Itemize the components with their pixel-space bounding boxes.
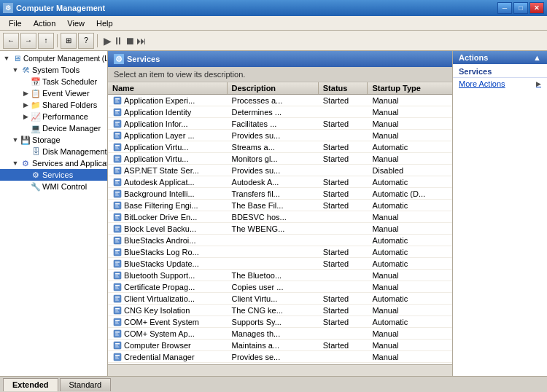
- table-row[interactable]: Client Virtualizatio... Client Virtu... …: [108, 293, 452, 305]
- td-startup: Automatic: [368, 259, 452, 268]
- service-icon: [112, 177, 123, 187]
- table-row[interactable]: Application Layer ... Provides su... Man…: [108, 130, 452, 141]
- td-status: Started: [319, 294, 368, 303]
- table-row[interactable]: Base Filtering Engi... The Base Fil... S…: [108, 200, 452, 211]
- tree-item-performance[interactable]: ▶ 📈 Performance: [0, 111, 107, 122]
- toolbar-stop-button[interactable]: ⏹: [125, 35, 135, 47]
- toolbar-play-button[interactable]: ▶: [104, 35, 112, 47]
- menu-action[interactable]: Action: [28, 17, 62, 29]
- tree-item-services-apps[interactable]: ▼ ⚙ Services and Applications: [0, 157, 107, 169]
- table-row[interactable]: Credential Manager Provides se... Manual: [108, 351, 452, 363]
- tree-storage-expand[interactable]: ▼: [10, 135, 20, 145]
- table-row[interactable]: Application Virtu... Streams a... Starte…: [108, 141, 452, 153]
- svg-rect-14: [115, 135, 118, 136]
- tree-item-disk-management[interactable]: 🗄 Disk Management: [0, 146, 107, 157]
- td-startup: Manual: [368, 353, 452, 361]
- tree-item-system-tools[interactable]: ▼ 🛠 System Tools: [0, 64, 107, 76]
- table-row[interactable]: COM+ Event System Supports Sy... Started…: [108, 316, 452, 328]
- svg-rect-17: [115, 145, 120, 146]
- table-row[interactable]: Bluetooth Support... The Bluetoo... Manu…: [108, 270, 452, 281]
- toolbar-back-button[interactable]: ←: [3, 33, 19, 49]
- td-startup: Automatic: [368, 143, 452, 152]
- tree-item-storage[interactable]: ▼ 💾 Storage: [0, 134, 107, 146]
- td-status: Started: [319, 154, 368, 163]
- toolbar-show-button[interactable]: ⊞: [61, 33, 77, 49]
- maximize-button[interactable]: □: [513, 2, 528, 14]
- tab-standard[interactable]: Standard: [60, 378, 112, 391]
- toolbar-up-button[interactable]: ↑: [38, 33, 54, 49]
- svg-rect-53: [115, 250, 120, 251]
- table-row[interactable]: Autodesk Applicat... Autodesk A... Start…: [108, 176, 452, 188]
- table-row[interactable]: Certificate Propag... Copies user ... Ma…: [108, 281, 452, 293]
- svg-rect-51: [115, 241, 119, 242]
- tree-perf-expand[interactable]: ▶: [20, 111, 31, 122]
- tree-system-tools-expand[interactable]: ▼: [10, 65, 20, 75]
- col-name[interactable]: Name: [108, 82, 228, 94]
- tree-root[interactable]: ▼ 🖥 Computer Management (Local): [0, 52, 107, 64]
- table-row[interactable]: BitLocker Drive En... BDESVC hos... Manu…: [108, 211, 452, 223]
- toolbar-next-button[interactable]: ⏭: [136, 35, 147, 47]
- tree-storage-label: Storage: [32, 136, 61, 144]
- td-startup: Automatic: [368, 294, 452, 303]
- td-name: Application Infor...: [108, 119, 228, 129]
- service-name: BitLocker Drive En...: [124, 213, 197, 222]
- close-button[interactable]: ✕: [529, 2, 544, 14]
- td-startup: Manual: [368, 271, 452, 280]
- tab-extended[interactable]: Extended: [3, 378, 58, 391]
- toolbar-play-group: ▶ ⏸ ⏹ ⏭: [104, 35, 147, 47]
- tree-item-task-scheduler[interactable]: 📅 Task Scheduler: [0, 76, 107, 87]
- tree-shared-expand[interactable]: ▶: [20, 100, 31, 110]
- tree-root-expand[interactable]: ▼: [1, 53, 12, 63]
- svg-rect-69: [115, 297, 120, 298]
- td-name: Background Intelli...: [108, 189, 228, 199]
- col-status[interactable]: Status: [319, 82, 368, 94]
- table-row[interactable]: COM+ System Ap... Manages th... Manual: [108, 328, 452, 340]
- service-name: Block Level Backu...: [124, 224, 196, 233]
- menu-file[interactable]: File: [3, 17, 28, 29]
- table-row[interactable]: Application Infor... Facilitates ... Sta…: [108, 118, 452, 130]
- table-row[interactable]: BlueStacks Update... Started Automatic: [108, 258, 452, 270]
- tree-item-event-viewer[interactable]: ▶ 📋 Event Viewer: [0, 87, 107, 99]
- service-name: COM+ System Ap...: [124, 329, 195, 338]
- actions-header-collapse[interactable]: ▲: [533, 53, 541, 62]
- svg-rect-10: [115, 123, 118, 124]
- td-status: Started: [319, 341, 368, 350]
- col-desc[interactable]: Description: [228, 82, 319, 94]
- svg-rect-81: [115, 332, 120, 333]
- more-actions-item[interactable]: More Actions ▶: [453, 78, 547, 90]
- toolbar-pause-button[interactable]: ⏸: [113, 35, 123, 47]
- td-desc: Facilitates ...: [228, 119, 319, 128]
- table-row[interactable]: Application Virtu... Monitors gl... Star…: [108, 153, 452, 165]
- td-startup: Manual: [368, 154, 452, 163]
- table-row[interactable]: Computer Browser Maintains a... Started …: [108, 340, 452, 351]
- table-row[interactable]: ASP.NET State Ser... Provides su... Disa…: [108, 165, 452, 176]
- menu-help[interactable]: Help: [90, 17, 119, 29]
- tree-svcapp-expand[interactable]: ▼: [10, 158, 20, 168]
- svg-rect-89: [115, 355, 120, 356]
- table-row[interactable]: Background Intelli... Transfers fil... S…: [108, 188, 452, 200]
- tree-item-shared-folders[interactable]: ▶ 📁 Shared Folders: [0, 99, 107, 111]
- td-desc: Supports Sy...: [228, 318, 319, 326]
- tree-item-services[interactable]: ⚙ Services: [0, 169, 107, 181]
- toolbar-help-button[interactable]: ?: [78, 33, 94, 49]
- tree-item-wmi-control[interactable]: 🔧 WMI Control: [0, 181, 107, 192]
- table-body[interactable]: Application Experi... Processes a... Sta…: [108, 95, 452, 364]
- table-row[interactable]: BlueStacks Androi... Automatic: [108, 235, 452, 246]
- table-row[interactable]: BlueStacks Log Ro... Started Automatic: [108, 246, 452, 258]
- table-row[interactable]: CNG Key Isolation The CNG ke... Started …: [108, 305, 452, 316]
- tree-item-device-manager[interactable]: 💻 Device Manager: [0, 122, 107, 134]
- tree-wmi-label: WMI Control: [42, 182, 87, 191]
- service-name: BlueStacks Log Ro...: [124, 248, 199, 256]
- toolbar-forward-button[interactable]: →: [20, 33, 36, 49]
- menu-view[interactable]: View: [61, 17, 90, 29]
- table-row[interactable]: Application Identity Determines ... Manu…: [108, 106, 452, 118]
- actions-header-title: Actions: [459, 53, 488, 62]
- col-startup[interactable]: Startup Type: [368, 82, 452, 94]
- table-row[interactable]: Block Level Backu... The WBENG... Manual: [108, 223, 452, 235]
- horizontal-scrollbar[interactable]: [108, 364, 452, 376]
- minimize-button[interactable]: ─: [497, 2, 512, 14]
- td-name: Application Layer ...: [108, 130, 228, 141]
- tree-event-expand[interactable]: ▶: [20, 88, 31, 98]
- table-row[interactable]: Application Experi... Processes a... Sta…: [108, 95, 452, 106]
- td-status: Started: [319, 119, 368, 128]
